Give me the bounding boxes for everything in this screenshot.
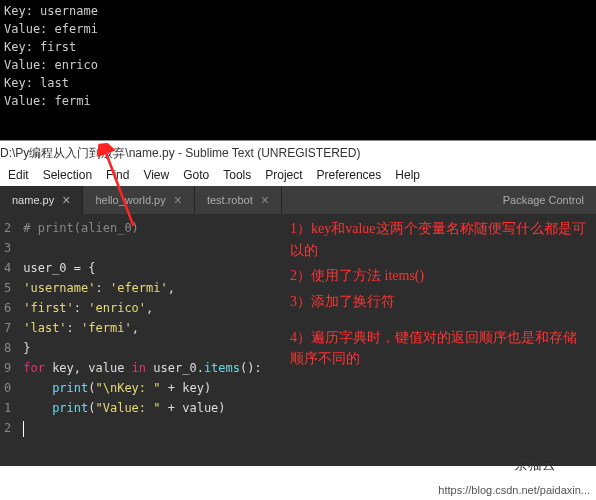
- line-number: 6: [4, 298, 11, 318]
- line-number: 7: [4, 318, 11, 338]
- window-title: D:\Py编程从入门到放弃\name.py - Sublime Text (UN…: [0, 140, 596, 164]
- line-number: 0: [4, 378, 11, 398]
- menu-view[interactable]: View: [143, 168, 169, 182]
- terminal-line: Value: fermi: [4, 92, 592, 110]
- tab-test-robot[interactable]: test.robot ×: [195, 186, 282, 214]
- text-cursor: [23, 421, 24, 437]
- close-icon[interactable]: ×: [174, 192, 182, 208]
- tab-label: test.robot: [207, 194, 253, 206]
- line-number: 5: [4, 278, 11, 298]
- annotation-overlay: 1）key和value这两个变量名称随便写什么都是可以的 2）使用了方法 ite…: [290, 218, 590, 374]
- tab-label: hello_world.py: [95, 194, 165, 206]
- menu-edit[interactable]: Edit: [8, 168, 29, 182]
- menu-goto[interactable]: Goto: [183, 168, 209, 182]
- annotation-1: 1）key和value这两个变量名称随便写什么都是可以的: [290, 218, 590, 261]
- watermark-text: 茶猫云: [514, 456, 556, 474]
- terminal-output: Key: username Value: efermi Key: first V…: [0, 0, 596, 140]
- tab-name-py[interactable]: name.py ×: [0, 186, 83, 214]
- line-number: 9: [4, 358, 11, 378]
- annotation-3: 3）添加了换行符: [290, 291, 590, 313]
- close-icon[interactable]: ×: [62, 192, 70, 208]
- menu-preferences[interactable]: Preferences: [317, 168, 382, 182]
- terminal-line: Key: first: [4, 38, 592, 56]
- tab-label: Package Control: [503, 194, 584, 206]
- tab-hello-world[interactable]: hello_world.py ×: [83, 186, 195, 214]
- code-editor[interactable]: 2 3 4 5 6 7 8 9 0 1 2 # print(alien_0) u…: [0, 214, 596, 466]
- code-area[interactable]: # print(alien_0) user_0 = { 'username': …: [19, 214, 596, 466]
- menu-find[interactable]: Find: [106, 168, 129, 182]
- line-number: 3: [4, 238, 11, 258]
- tab-package-control[interactable]: Package Control: [282, 186, 596, 214]
- line-gutter: 2 3 4 5 6 7 8 9 0 1 2: [0, 214, 19, 466]
- line-number: 8: [4, 338, 11, 358]
- annotation-4: 4）遍历字典时，键值对的返回顺序也是和存储顺序不同的: [290, 327, 590, 370]
- terminal-line: Key: username: [4, 2, 592, 20]
- menu-project[interactable]: Project: [265, 168, 302, 182]
- line-number: 4: [4, 258, 11, 278]
- tab-label: name.py: [12, 194, 54, 206]
- code-comment: # print(alien_0): [23, 221, 139, 235]
- line-number: 2: [4, 418, 11, 438]
- footer-url: https://blog.csdn.net/paidaxin...: [438, 484, 590, 496]
- terminal-line: Key: last: [4, 74, 592, 92]
- menu-bar: Edit Selection Find View Goto Tools Proj…: [0, 164, 596, 186]
- menu-selection[interactable]: Selection: [43, 168, 92, 182]
- annotation-2: 2）使用了方法 items(): [290, 265, 590, 287]
- menu-help[interactable]: Help: [395, 168, 420, 182]
- close-icon[interactable]: ×: [261, 192, 269, 208]
- line-number: 1: [4, 398, 11, 418]
- tab-bar: name.py × hello_world.py × test.robot × …: [0, 186, 596, 214]
- menu-tools[interactable]: Tools: [223, 168, 251, 182]
- line-number: 2: [4, 218, 11, 238]
- terminal-line: Value: efermi: [4, 20, 592, 38]
- terminal-line: Value: enrico: [4, 56, 592, 74]
